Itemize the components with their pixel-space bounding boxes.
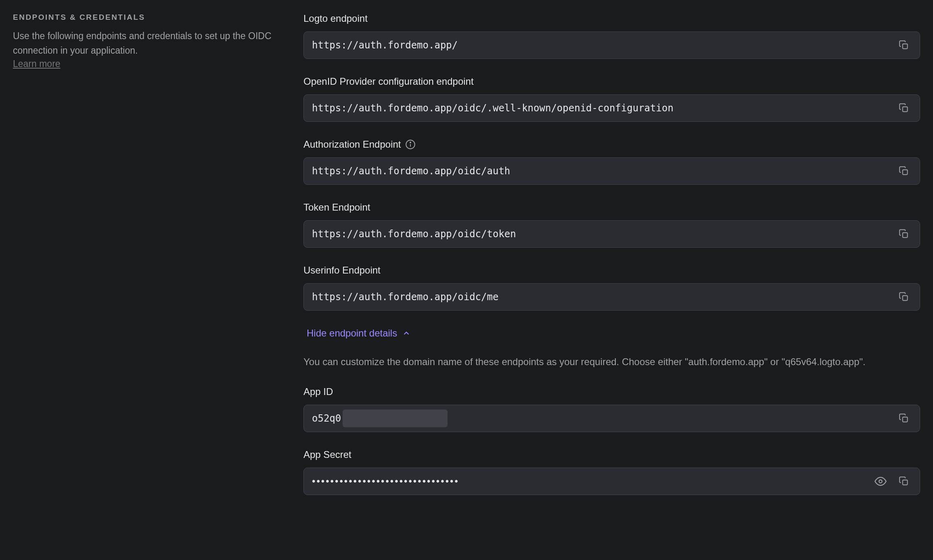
userinfo-endpoint-value: https://auth.fordemo.app/oidc/me	[312, 291, 896, 303]
app-secret-value: ••••••••••••••••••••••••••••••••	[312, 476, 872, 487]
section-description: Use the following endpoints and credenti…	[13, 29, 279, 58]
userinfo-endpoint-label: Userinfo Endpoint	[303, 265, 920, 276]
svg-rect-1	[903, 107, 908, 112]
svg-rect-6	[903, 233, 908, 238]
svg-rect-7	[903, 296, 908, 301]
logto-endpoint-label: Logto endpoint	[303, 13, 920, 24]
learn-more-link[interactable]: Learn more	[13, 59, 279, 69]
token-endpoint-field: Token Endpoint https://auth.fordemo.app/…	[303, 202, 920, 248]
main-content: Logto endpoint https://auth.fordemo.app/…	[303, 13, 920, 512]
copy-icon	[899, 103, 909, 113]
svg-rect-0	[903, 44, 908, 49]
svg-point-4	[410, 142, 410, 143]
copy-button[interactable]	[896, 163, 912, 179]
authorization-endpoint-label: Authorization Endpoint	[303, 139, 920, 150]
logto-endpoint-value: https://auth.fordemo.app/	[312, 40, 896, 51]
logto-endpoint-box: https://auth.fordemo.app/	[303, 31, 920, 59]
svg-rect-8	[903, 417, 908, 422]
token-endpoint-box: https://auth.fordemo.app/oidc/token	[303, 220, 920, 248]
copy-button[interactable]	[896, 38, 912, 53]
userinfo-endpoint-box: https://auth.fordemo.app/oidc/me	[303, 283, 920, 311]
app-id-value-wrap: o52q0	[312, 410, 896, 427]
app-secret-box: ••••••••••••••••••••••••••••••••	[303, 468, 920, 495]
sidebar: Endpoints & Credentials Use the followin…	[13, 13, 279, 512]
token-endpoint-value: https://auth.fordemo.app/oidc/token	[312, 228, 896, 240]
eye-icon	[874, 475, 887, 487]
copy-button[interactable]	[896, 226, 912, 242]
app-id-box: o52q0	[303, 405, 920, 432]
app-id-redacted	[343, 410, 448, 427]
toggle-label: Hide endpoint details	[307, 328, 397, 339]
chevron-up-icon	[402, 329, 411, 338]
reveal-button[interactable]	[872, 473, 889, 490]
openid-config-field: OpenID Provider configuration endpoint h…	[303, 76, 920, 122]
copy-icon	[899, 229, 909, 239]
app-id-value: o52q0	[312, 413, 341, 424]
app-secret-label: App Secret	[303, 449, 920, 460]
app-id-field: App ID o52q0	[303, 386, 920, 432]
logto-endpoint-field: Logto endpoint https://auth.fordemo.app/	[303, 13, 920, 59]
copy-button[interactable]	[896, 411, 912, 426]
domain-helper-text: You can customize the domain name of the…	[303, 354, 920, 369]
authorization-endpoint-label-text: Authorization Endpoint	[303, 139, 401, 150]
authorization-endpoint-value: https://auth.fordemo.app/oidc/auth	[312, 165, 896, 177]
openid-config-value: https://auth.fordemo.app/oidc/.well-know…	[312, 102, 896, 114]
openid-config-box: https://auth.fordemo.app/oidc/.well-know…	[303, 94, 920, 122]
copy-icon	[899, 292, 909, 302]
hide-endpoint-details-toggle[interactable]: Hide endpoint details	[303, 328, 411, 339]
copy-icon	[899, 476, 909, 487]
copy-icon	[899, 413, 909, 424]
token-endpoint-label: Token Endpoint	[303, 202, 920, 213]
userinfo-endpoint-field: Userinfo Endpoint https://auth.fordemo.a…	[303, 265, 920, 311]
svg-rect-10	[903, 480, 908, 485]
copy-button[interactable]	[896, 289, 912, 305]
copy-button[interactable]	[896, 474, 912, 489]
svg-rect-5	[903, 170, 908, 175]
openid-config-label: OpenID Provider configuration endpoint	[303, 76, 920, 87]
authorization-endpoint-box: https://auth.fordemo.app/oidc/auth	[303, 157, 920, 185]
authorization-endpoint-field: Authorization Endpoint https://auth.ford…	[303, 139, 920, 185]
copy-icon	[899, 166, 909, 176]
app-secret-field: App Secret •••••••••••••••••••••••••••••…	[303, 449, 920, 495]
info-icon[interactable]	[405, 139, 416, 150]
section-title: Endpoints & Credentials	[13, 13, 279, 22]
copy-button[interactable]	[896, 100, 912, 116]
app-id-label: App ID	[303, 386, 920, 397]
copy-icon	[899, 40, 909, 50]
svg-point-9	[879, 480, 882, 483]
